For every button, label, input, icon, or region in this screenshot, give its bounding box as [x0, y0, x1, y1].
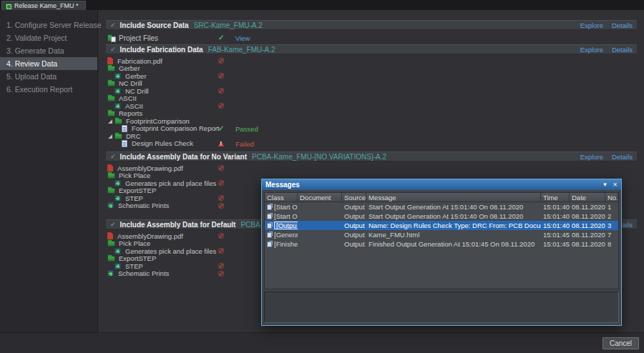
- message-row[interactable]: [Genera Output Kame_FMU.html 15:01:45 08…: [265, 230, 618, 239]
- tree-item[interactable]: NC Drill: [99, 80, 644, 88]
- document-tab-release[interactable]: Release Kame_FMU *: [1, 1, 86, 10]
- status-text: Passed: [235, 124, 258, 132]
- section-header-assembly-no-variant[interactable]: ✓ Include Assembly Data for No Variant P…: [106, 151, 637, 161]
- tree-item[interactable]: Gerber: [99, 72, 644, 80]
- output-generator-icon: [114, 263, 121, 269]
- tree-item[interactable]: ASCII: [99, 102, 644, 110]
- document-tab-title: Release Kame_FMU *: [14, 2, 79, 9]
- messages-titlebar[interactable]: Messages ▼ ✕: [262, 179, 621, 190]
- column-header-time[interactable]: Time: [541, 193, 570, 202]
- cell-document: [298, 230, 342, 239]
- tree-item-label: Project Files: [119, 34, 158, 42]
- tree-item-project-files[interactable]: Project Files ✓ View: [99, 31, 644, 44]
- check-icon: ✓: [110, 46, 116, 53]
- report-icon: [122, 125, 127, 132]
- column-header-class[interactable]: Class: [265, 193, 298, 202]
- cell-source: Output: [342, 230, 366, 239]
- details-link[interactable]: Details: [612, 153, 633, 161]
- cell-time: 15:01:45: [541, 239, 570, 249]
- details-link[interactable]: Details: [612, 46, 633, 54]
- tree-item[interactable]: Reports: [99, 110, 644, 118]
- pdf-icon: [107, 164, 113, 171]
- tree-item[interactable]: FootprintComparison: [99, 117, 644, 125]
- step-execution-report[interactable]: 6. Execution Report: [0, 83, 97, 96]
- step-upload-data[interactable]: 5. Upload Data: [0, 70, 97, 83]
- blocked-icon: [218, 103, 224, 109]
- cell-message: Name: Design Rules Check Type: DRC From:…: [366, 221, 541, 230]
- step-configure-server-release[interactable]: 1. Configure Server Release: [0, 19, 97, 31]
- tree-item[interactable]: Footprint Comparison Report✓Passed: [99, 125, 644, 133]
- section-code: SRC-Kame_FMU-A.2: [194, 21, 263, 29]
- check-icon: ✓: [110, 153, 116, 160]
- section-header-source-data[interactable]: ✓ Include Source Data SRC-Kame_FMU-A.2 E…: [106, 20, 637, 30]
- folder-icon: [107, 66, 115, 71]
- expanded-arrow-icon[interactable]: [108, 134, 112, 139]
- cancel-button[interactable]: Cancel: [602, 337, 639, 349]
- messages-title: Messages: [265, 181, 300, 189]
- cell-source: Output: [342, 202, 366, 212]
- blocked-icon: [218, 233, 224, 239]
- tree-item[interactable]: ASCII: [99, 95, 644, 103]
- cell-no: 7: [605, 230, 618, 239]
- failed-warning-icon: [218, 141, 224, 146]
- message-doc-icon: [267, 232, 272, 238]
- tree-item[interactable]: Fabrication.pdf: [99, 57, 644, 65]
- tree-item[interactable]: Gerber: [99, 65, 644, 73]
- expanded-arrow-icon[interactable]: [108, 119, 112, 124]
- cell-time: 15:01:40: [541, 212, 570, 221]
- passed-check-icon: ✓: [218, 125, 224, 132]
- message-row-selected[interactable]: [Outpu Output Name: Design Rules Check T…: [265, 221, 618, 230]
- explore-link[interactable]: Explore: [580, 21, 603, 29]
- blocked-icon: [218, 203, 224, 209]
- cell-no: 2: [605, 212, 618, 221]
- output-generator-icon: [107, 202, 114, 209]
- messages-table-header: Class Document Source Message Time Date …: [265, 193, 618, 202]
- message-detail-pane[interactable]: [264, 292, 619, 323]
- cell-source: Output: [342, 239, 366, 249]
- class-edit-box[interactable]: [Outpu: [274, 222, 298, 229]
- output-generator-icon: [114, 88, 121, 94]
- message-doc-icon: [267, 214, 272, 219]
- check-icon: ✓: [110, 221, 116, 228]
- column-header-document[interactable]: Document: [298, 193, 342, 202]
- tree-item[interactable]: DRC: [99, 132, 644, 140]
- cell-document: [298, 239, 342, 249]
- tree-item[interactable]: NC Drill: [99, 87, 644, 95]
- blocked-icon: [218, 195, 224, 201]
- step-generate-data[interactable]: 3. Generate Data: [0, 44, 97, 57]
- cell-time: 15:01:40: [541, 221, 570, 230]
- tree-item[interactable]: Design Rules CheckFailed: [99, 140, 644, 148]
- output-generator-icon: [114, 73, 121, 79]
- column-header-date[interactable]: Date: [570, 193, 605, 202]
- collapse-icon[interactable]: ▼: [602, 179, 608, 190]
- message-row[interactable]: [Start O Output Start Output Generation …: [265, 212, 618, 221]
- close-icon[interactable]: ✕: [613, 179, 618, 190]
- message-doc-icon: [267, 223, 272, 229]
- explore-link[interactable]: Explore: [580, 46, 603, 54]
- explore-link[interactable]: Explore: [580, 153, 603, 161]
- message-row[interactable]: [Start O Output Start Output Generation …: [265, 202, 618, 212]
- step-review-data[interactable]: 4. Review Data: [0, 57, 97, 70]
- cell-no: 1: [605, 202, 618, 212]
- blocked-icon: [218, 248, 224, 254]
- column-header-message[interactable]: Message: [366, 193, 541, 202]
- message-doc-icon: [267, 204, 272, 210]
- tree-item[interactable]: AssemblyDrawing.pdf: [99, 164, 644, 172]
- column-header-source[interactable]: Source: [342, 193, 366, 202]
- message-row[interactable]: [Finishe Output Finished Output Generati…: [265, 239, 618, 249]
- cell-source: Output: [342, 212, 366, 221]
- project-release-icon: [5, 3, 11, 9]
- cell-date: 08.11.2020: [570, 221, 605, 230]
- details-link[interactable]: Details: [612, 21, 633, 29]
- messages-dialog: Messages ▼ ✕ Class Document Source Messa…: [261, 179, 622, 326]
- cell-time: 15:01:45: [541, 230, 570, 239]
- section-header-fabrication-data[interactable]: ✓ Include Fabrication Data FAB-Kame_FMU-…: [106, 44, 637, 54]
- wizard-steps-sidebar: 1. Configure Server Release 2. Validate …: [0, 10, 98, 332]
- cell-date: 08.11.2020: [570, 239, 605, 249]
- column-header-no[interactable]: No.: [605, 193, 618, 202]
- folder-icon: [107, 256, 115, 262]
- passed-check-icon: ✓: [218, 34, 224, 41]
- check-icon: ✓: [110, 21, 116, 29]
- view-link[interactable]: View: [235, 34, 250, 42]
- step-validate-project[interactable]: 2. Validate Project: [0, 31, 97, 44]
